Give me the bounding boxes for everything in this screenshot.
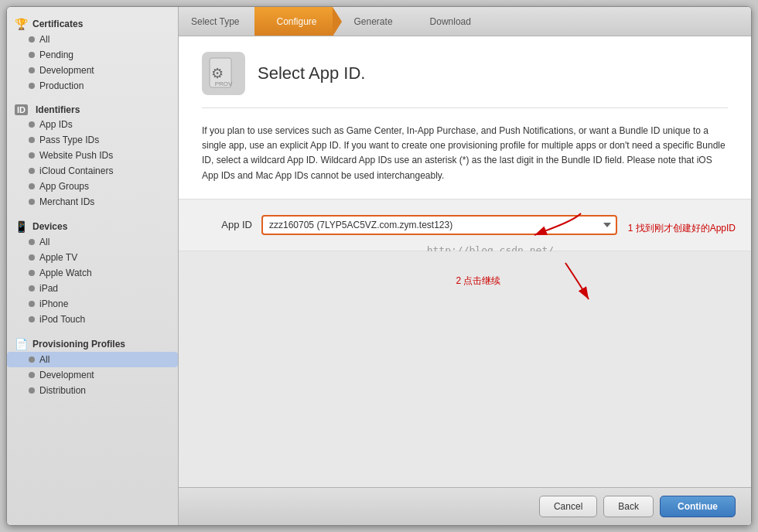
svg-text:PROV: PROV <box>215 80 233 87</box>
dot-icon <box>29 152 35 159</box>
sidebar-item-devices-all[interactable]: All <box>7 234 178 250</box>
dot-icon <box>29 67 35 73</box>
header-divider <box>202 107 728 108</box>
certificates-icon: 🏆 <box>15 18 28 30</box>
sidebar-item-appids[interactable]: App IDs <box>7 117 178 132</box>
sidebar-item-applewatch[interactable]: Apple Watch <box>7 265 178 281</box>
main-content: Select Type Configure Generate Download … <box>179 7 751 525</box>
sidebar-item-passtypeids[interactable]: Pass Type IDs <box>7 132 178 148</box>
annotation-1: 1 找到刚才创建好的AppID <box>628 222 736 235</box>
page-title: Select App ID. <box>258 63 365 84</box>
page-header: ⚙ PROV Select App ID. <box>202 52 728 95</box>
dot-icon <box>29 285 35 292</box>
step-configure[interactable]: Configure <box>254 7 332 36</box>
prov-icon: ⚙ PROV <box>202 52 245 95</box>
annotation-2: 2 点击继续 <box>456 275 500 288</box>
dot-icon <box>29 199 35 205</box>
sidebar-item-profiles-all[interactable]: All <box>7 352 178 367</box>
dot-icon <box>29 168 35 174</box>
footer-buttons: Cancel Back Continue <box>179 487 751 525</box>
continue-button[interactable]: Continue <box>660 496 736 517</box>
dot-icon <box>29 356 35 363</box>
cancel-button[interactable]: Cancel <box>539 496 597 517</box>
sidebar-item-ipad[interactable]: iPad <box>7 281 178 296</box>
dot-icon <box>29 121 35 128</box>
identifiers-section: ID Identifiers App IDs Pass Type IDs Web… <box>7 101 178 210</box>
devices-header: 📱 Devices <box>7 217 178 234</box>
dot-icon <box>29 254 35 261</box>
devices-section: 📱 Devices All Apple TV Apple Watch iPad <box>7 217 178 327</box>
sidebar: 🏆 Certificates All Pending Development P… <box>7 7 179 525</box>
dot-icon <box>29 36 35 43</box>
step-select-type[interactable]: Select Type <box>179 7 254 36</box>
certificates-header: 🏆 Certificates <box>7 15 178 32</box>
certificates-section: 🏆 Certificates All Pending Development P… <box>7 15 178 94</box>
dot-icon <box>29 183 35 189</box>
content-top: ⚙ PROV Select App ID. If you plan to use… <box>179 36 751 199</box>
dot-icon <box>29 239 35 245</box>
sidebar-item-profiles-dev[interactable]: Development <box>7 367 178 383</box>
back-button[interactable]: Back <box>603 496 654 517</box>
sidebar-item-certs-prod[interactable]: Production <box>7 78 178 94</box>
sidebar-item-merchantids[interactable]: Merchant IDs <box>7 194 178 210</box>
spacer-section: 2 点击继续 <box>179 251 751 487</box>
devices-icon: 📱 <box>15 220 28 233</box>
sidebar-item-certs-pending[interactable]: Pending <box>7 47 178 63</box>
sidebar-item-appgroups[interactable]: App Groups <box>7 179 178 194</box>
dot-icon <box>29 137 35 143</box>
appid-label: App ID <box>202 219 252 230</box>
step-download[interactable]: Download <box>408 7 487 36</box>
id-icon: ID <box>15 104 28 115</box>
sidebar-item-certs-dev[interactable]: Development <box>7 63 178 78</box>
step-bar: Select Type Configure Generate Download <box>179 7 751 36</box>
dot-icon <box>29 301 35 307</box>
arrow-annotation-2 <box>519 259 612 305</box>
sidebar-item-profiles-dist[interactable]: Distribution <box>7 383 178 398</box>
appid-select[interactable]: zzz160705 (7LYP5AC5VZ.com.zym.test123) <box>261 215 617 235</box>
sidebar-item-icloudcontainers[interactable]: iCloud Containers <box>7 163 178 179</box>
form-section: App ID zzz160705 (7LYP5AC5VZ.com.zym.tes… <box>179 199 751 251</box>
sidebar-item-ipodtouch[interactable]: iPod Touch <box>7 312 178 327</box>
sidebar-item-iphone[interactable]: iPhone <box>7 296 178 312</box>
dot-icon <box>29 52 35 58</box>
svg-text:⚙: ⚙ <box>211 66 224 81</box>
provisioning-icon: 📄 <box>15 338 28 350</box>
dot-icon <box>29 387 35 394</box>
content-body: ⚙ PROV Select App ID. If you plan to use… <box>179 36 751 525</box>
sidebar-item-websitepushids[interactable]: Website Push IDs <box>7 148 178 163</box>
sidebar-item-appletv[interactable]: Apple TV <box>7 250 178 265</box>
sidebar-item-certs-all[interactable]: All <box>7 32 178 47</box>
dot-icon <box>29 372 35 378</box>
dot-icon <box>29 316 35 322</box>
gear-document-icon: ⚙ PROV <box>207 56 241 90</box>
app-window: 🏆 Certificates All Pending Development P… <box>6 6 752 526</box>
identifiers-header: ID Identifiers <box>7 101 178 117</box>
provisioning-header: 📄 Provisioning Profiles <box>7 335 178 352</box>
dot-icon <box>29 83 35 89</box>
dot-icon <box>29 270 35 276</box>
provisioning-section: 📄 Provisioning Profiles All Development … <box>7 335 178 398</box>
step-generate[interactable]: Generate <box>333 7 408 36</box>
description-text: If you plan to use services such as Game… <box>202 124 728 183</box>
